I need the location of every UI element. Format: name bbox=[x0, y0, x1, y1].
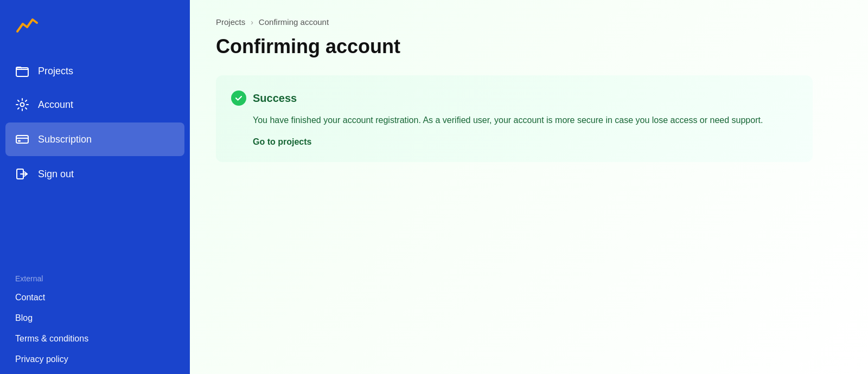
sidebar-item-account[interactable]: Account bbox=[0, 88, 190, 121]
logo-icon bbox=[15, 13, 39, 37]
success-title: Success bbox=[253, 92, 297, 105]
svg-rect-4 bbox=[18, 140, 21, 142]
external-link-terms[interactable]: Terms & conditions bbox=[15, 328, 175, 349]
sidebar-item-label-projects: Projects bbox=[38, 66, 73, 77]
breadcrumb-current: Confirming account bbox=[259, 17, 329, 27]
go-to-projects-link[interactable]: Go to projects bbox=[253, 137, 311, 146]
breadcrumb-parent[interactable]: Projects bbox=[216, 17, 245, 27]
success-message: You have finished your account registrat… bbox=[253, 113, 795, 127]
signout-icon bbox=[15, 167, 29, 181]
external-link-blog[interactable]: Blog bbox=[15, 308, 175, 328]
success-checkmark-icon bbox=[231, 91, 246, 106]
breadcrumb-separator: › bbox=[251, 18, 253, 27]
external-links-list: Contact Blog Terms & conditions Privacy … bbox=[15, 287, 175, 370]
sidebar-item-label-signout: Sign out bbox=[38, 169, 74, 180]
card-icon bbox=[15, 132, 29, 146]
breadcrumb: Projects › Confirming account bbox=[216, 17, 842, 27]
svg-rect-2 bbox=[16, 136, 28, 143]
sidebar: Projects Account Subscription bbox=[0, 0, 190, 374]
external-link-contact[interactable]: Contact bbox=[15, 287, 175, 308]
svg-point-1 bbox=[21, 103, 24, 107]
folder-icon bbox=[15, 64, 29, 78]
success-box: Success You have finished your account r… bbox=[216, 75, 813, 162]
page-title: Confirming account bbox=[216, 35, 842, 58]
sidebar-item-projects[interactable]: Projects bbox=[0, 54, 190, 88]
sidebar-item-subscription[interactable]: Subscription bbox=[5, 122, 184, 156]
logo-container bbox=[0, 0, 190, 50]
sidebar-external-section: External Contact Blog Terms & conditions… bbox=[0, 261, 190, 374]
main-content: Projects › Confirming account Confirming… bbox=[190, 0, 868, 374]
gear-icon bbox=[15, 98, 29, 112]
success-header: Success bbox=[231, 91, 795, 106]
sidebar-item-signout[interactable]: Sign out bbox=[0, 157, 190, 191]
sidebar-item-label-account: Account bbox=[38, 99, 73, 111]
sidebar-nav: Projects Account Subscription bbox=[0, 50, 190, 261]
external-link-privacy[interactable]: Privacy policy bbox=[15, 349, 175, 370]
sidebar-item-label-subscription: Subscription bbox=[38, 134, 92, 145]
external-section-label: External bbox=[15, 274, 175, 283]
